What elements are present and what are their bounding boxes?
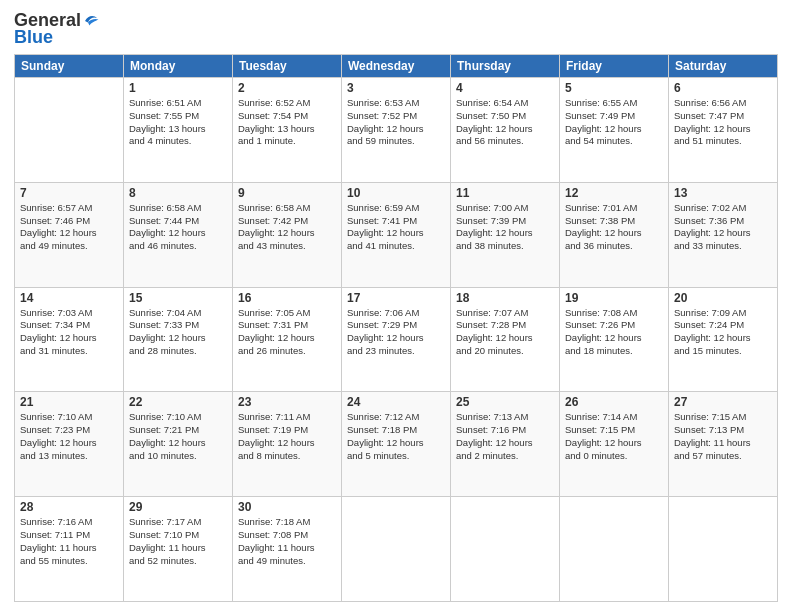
calendar-cell: 23Sunrise: 7:11 AM Sunset: 7:19 PM Dayli…: [233, 392, 342, 497]
logo-bird-icon: [82, 12, 100, 30]
day-number: 29: [129, 500, 227, 514]
day-info: Sunrise: 7:05 AM Sunset: 7:31 PM Dayligh…: [238, 307, 336, 358]
week-row-3: 14Sunrise: 7:03 AM Sunset: 7:34 PM Dayli…: [15, 287, 778, 392]
calendar: SundayMondayTuesdayWednesdayThursdayFrid…: [14, 54, 778, 602]
day-number: 4: [456, 81, 554, 95]
calendar-cell: 16Sunrise: 7:05 AM Sunset: 7:31 PM Dayli…: [233, 287, 342, 392]
calendar-cell: 4Sunrise: 6:54 AM Sunset: 7:50 PM Daylig…: [451, 78, 560, 183]
calendar-cell: 12Sunrise: 7:01 AM Sunset: 7:38 PM Dayli…: [560, 182, 669, 287]
day-number: 23: [238, 395, 336, 409]
calendar-cell: 17Sunrise: 7:06 AM Sunset: 7:29 PM Dayli…: [342, 287, 451, 392]
day-info: Sunrise: 6:58 AM Sunset: 7:44 PM Dayligh…: [129, 202, 227, 253]
calendar-cell: 18Sunrise: 7:07 AM Sunset: 7:28 PM Dayli…: [451, 287, 560, 392]
calendar-cell: 3Sunrise: 6:53 AM Sunset: 7:52 PM Daylig…: [342, 78, 451, 183]
day-number: 18: [456, 291, 554, 305]
week-row-2: 7Sunrise: 6:57 AM Sunset: 7:46 PM Daylig…: [15, 182, 778, 287]
day-info: Sunrise: 6:51 AM Sunset: 7:55 PM Dayligh…: [129, 97, 227, 148]
calendar-cell: 30Sunrise: 7:18 AM Sunset: 7:08 PM Dayli…: [233, 497, 342, 602]
calendar-cell: [560, 497, 669, 602]
column-header-thursday: Thursday: [451, 55, 560, 78]
logo-blue-text: Blue: [14, 27, 53, 48]
day-number: 22: [129, 395, 227, 409]
day-info: Sunrise: 7:13 AM Sunset: 7:16 PM Dayligh…: [456, 411, 554, 462]
calendar-cell: 28Sunrise: 7:16 AM Sunset: 7:11 PM Dayli…: [15, 497, 124, 602]
calendar-cell: 13Sunrise: 7:02 AM Sunset: 7:36 PM Dayli…: [669, 182, 778, 287]
calendar-cell: [451, 497, 560, 602]
calendar-cell: 14Sunrise: 7:03 AM Sunset: 7:34 PM Dayli…: [15, 287, 124, 392]
day-info: Sunrise: 6:57 AM Sunset: 7:46 PM Dayligh…: [20, 202, 118, 253]
day-info: Sunrise: 6:59 AM Sunset: 7:41 PM Dayligh…: [347, 202, 445, 253]
day-info: Sunrise: 6:56 AM Sunset: 7:47 PM Dayligh…: [674, 97, 772, 148]
day-info: Sunrise: 7:04 AM Sunset: 7:33 PM Dayligh…: [129, 307, 227, 358]
day-info: Sunrise: 7:07 AM Sunset: 7:28 PM Dayligh…: [456, 307, 554, 358]
column-header-wednesday: Wednesday: [342, 55, 451, 78]
calendar-cell: 2Sunrise: 6:52 AM Sunset: 7:54 PM Daylig…: [233, 78, 342, 183]
day-info: Sunrise: 7:17 AM Sunset: 7:10 PM Dayligh…: [129, 516, 227, 567]
day-number: 20: [674, 291, 772, 305]
logo: General Blue: [14, 10, 100, 48]
day-info: Sunrise: 6:58 AM Sunset: 7:42 PM Dayligh…: [238, 202, 336, 253]
calendar-cell: 9Sunrise: 6:58 AM Sunset: 7:42 PM Daylig…: [233, 182, 342, 287]
day-info: Sunrise: 6:53 AM Sunset: 7:52 PM Dayligh…: [347, 97, 445, 148]
calendar-cell: 22Sunrise: 7:10 AM Sunset: 7:21 PM Dayli…: [124, 392, 233, 497]
day-number: 21: [20, 395, 118, 409]
day-info: Sunrise: 7:16 AM Sunset: 7:11 PM Dayligh…: [20, 516, 118, 567]
day-info: Sunrise: 7:02 AM Sunset: 7:36 PM Dayligh…: [674, 202, 772, 253]
day-number: 28: [20, 500, 118, 514]
day-number: 17: [347, 291, 445, 305]
day-number: 10: [347, 186, 445, 200]
day-number: 9: [238, 186, 336, 200]
day-info: Sunrise: 7:14 AM Sunset: 7:15 PM Dayligh…: [565, 411, 663, 462]
calendar-cell: 1Sunrise: 6:51 AM Sunset: 7:55 PM Daylig…: [124, 78, 233, 183]
week-row-4: 21Sunrise: 7:10 AM Sunset: 7:23 PM Dayli…: [15, 392, 778, 497]
week-row-5: 28Sunrise: 7:16 AM Sunset: 7:11 PM Dayli…: [15, 497, 778, 602]
day-info: Sunrise: 7:15 AM Sunset: 7:13 PM Dayligh…: [674, 411, 772, 462]
calendar-cell: [342, 497, 451, 602]
day-number: 16: [238, 291, 336, 305]
day-info: Sunrise: 7:09 AM Sunset: 7:24 PM Dayligh…: [674, 307, 772, 358]
calendar-cell: 10Sunrise: 6:59 AM Sunset: 7:41 PM Dayli…: [342, 182, 451, 287]
day-info: Sunrise: 7:18 AM Sunset: 7:08 PM Dayligh…: [238, 516, 336, 567]
calendar-cell: 25Sunrise: 7:13 AM Sunset: 7:16 PM Dayli…: [451, 392, 560, 497]
column-header-monday: Monday: [124, 55, 233, 78]
day-info: Sunrise: 7:08 AM Sunset: 7:26 PM Dayligh…: [565, 307, 663, 358]
day-info: Sunrise: 7:01 AM Sunset: 7:38 PM Dayligh…: [565, 202, 663, 253]
day-info: Sunrise: 7:00 AM Sunset: 7:39 PM Dayligh…: [456, 202, 554, 253]
day-number: 5: [565, 81, 663, 95]
column-header-sunday: Sunday: [15, 55, 124, 78]
day-info: Sunrise: 7:12 AM Sunset: 7:18 PM Dayligh…: [347, 411, 445, 462]
calendar-cell: 5Sunrise: 6:55 AM Sunset: 7:49 PM Daylig…: [560, 78, 669, 183]
calendar-cell: 26Sunrise: 7:14 AM Sunset: 7:15 PM Dayli…: [560, 392, 669, 497]
day-number: 24: [347, 395, 445, 409]
day-number: 11: [456, 186, 554, 200]
calendar-cell: 21Sunrise: 7:10 AM Sunset: 7:23 PM Dayli…: [15, 392, 124, 497]
day-number: 26: [565, 395, 663, 409]
day-info: Sunrise: 6:54 AM Sunset: 7:50 PM Dayligh…: [456, 97, 554, 148]
column-header-tuesday: Tuesday: [233, 55, 342, 78]
day-info: Sunrise: 7:11 AM Sunset: 7:19 PM Dayligh…: [238, 411, 336, 462]
calendar-cell: 27Sunrise: 7:15 AM Sunset: 7:13 PM Dayli…: [669, 392, 778, 497]
calendar-cell: 29Sunrise: 7:17 AM Sunset: 7:10 PM Dayli…: [124, 497, 233, 602]
calendar-cell: 19Sunrise: 7:08 AM Sunset: 7:26 PM Dayli…: [560, 287, 669, 392]
day-info: Sunrise: 6:52 AM Sunset: 7:54 PM Dayligh…: [238, 97, 336, 148]
day-number: 14: [20, 291, 118, 305]
calendar-cell: 8Sunrise: 6:58 AM Sunset: 7:44 PM Daylig…: [124, 182, 233, 287]
calendar-cell: 15Sunrise: 7:04 AM Sunset: 7:33 PM Dayli…: [124, 287, 233, 392]
day-info: Sunrise: 7:10 AM Sunset: 7:23 PM Dayligh…: [20, 411, 118, 462]
day-number: 27: [674, 395, 772, 409]
column-header-friday: Friday: [560, 55, 669, 78]
day-info: Sunrise: 6:55 AM Sunset: 7:49 PM Dayligh…: [565, 97, 663, 148]
column-header-saturday: Saturday: [669, 55, 778, 78]
day-number: 2: [238, 81, 336, 95]
week-row-1: 1Sunrise: 6:51 AM Sunset: 7:55 PM Daylig…: [15, 78, 778, 183]
day-info: Sunrise: 7:10 AM Sunset: 7:21 PM Dayligh…: [129, 411, 227, 462]
calendar-cell: 7Sunrise: 6:57 AM Sunset: 7:46 PM Daylig…: [15, 182, 124, 287]
calendar-cell: [669, 497, 778, 602]
day-number: 6: [674, 81, 772, 95]
day-number: 15: [129, 291, 227, 305]
calendar-cell: 11Sunrise: 7:00 AM Sunset: 7:39 PM Dayli…: [451, 182, 560, 287]
day-info: Sunrise: 7:06 AM Sunset: 7:29 PM Dayligh…: [347, 307, 445, 358]
calendar-cell: 20Sunrise: 7:09 AM Sunset: 7:24 PM Dayli…: [669, 287, 778, 392]
day-number: 7: [20, 186, 118, 200]
day-number: 3: [347, 81, 445, 95]
